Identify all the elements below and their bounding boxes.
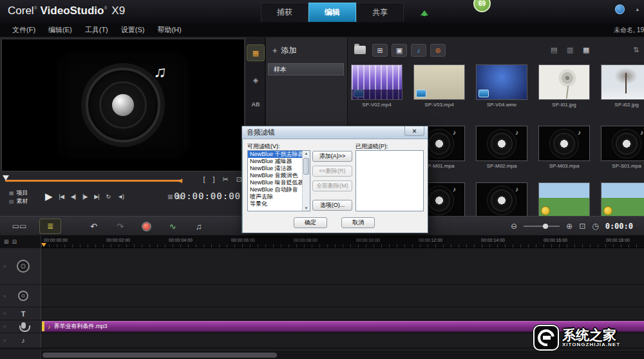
overlay-track-header[interactable]: ≡ xyxy=(0,285,41,307)
timeline-duration-timecode[interactable]: 0:00:0 xyxy=(605,222,633,231)
timeline-ruler[interactable]: ⊞ ⊟ 00:00:00:00 00:00:02:00 00:00:04:00 … xyxy=(0,235,644,248)
overlay-track[interactable] xyxy=(0,285,644,307)
collapse-chevron-icon[interactable]: ▴ xyxy=(636,6,639,12)
list-scrollbar[interactable]: ▲ ▼ xyxy=(302,151,310,211)
filter-list-item[interactable]: NewBlue 噪音贬低器 xyxy=(248,179,310,186)
menu-file[interactable]: 文件(F) xyxy=(6,24,41,36)
filter-list-item[interactable]: NewBlue 清洁器 xyxy=(248,165,310,172)
dialog-title-bar[interactable]: 音频滤镜 xyxy=(242,126,428,139)
record-snapshot-button[interactable] xyxy=(143,223,150,230)
library-item[interactable]: SP-V03.mp4 xyxy=(413,64,465,108)
menu-settings[interactable]: 设置(S) xyxy=(115,24,151,36)
prev-frame-button[interactable]: ◀| xyxy=(71,193,75,200)
zoom-out-button[interactable]: ⊖ xyxy=(511,222,517,231)
track-manager-button[interactable]: ⊞ xyxy=(4,238,9,245)
filter-list-item[interactable]: 等量化 xyxy=(248,200,310,208)
preview-video-area[interactable]: ♫ xyxy=(1,39,245,171)
music-track-header[interactable]: ≡ ♪ xyxy=(0,333,41,348)
grid-view-button[interactable]: ▥ xyxy=(567,46,573,54)
split-clip-button[interactable]: ✂ xyxy=(223,175,229,184)
next-frame-button[interactable]: |▶ xyxy=(82,193,87,200)
available-filters-list[interactable]: NewBlue 干扰去除器 NewBlue 减噪器 NewBlue 清洁器 Ne… xyxy=(247,150,310,211)
scroll-thumb[interactable] xyxy=(303,158,309,175)
zoom-slider-handle[interactable] xyxy=(543,224,548,229)
filter-options-button[interactable]: 选项(O)... xyxy=(312,200,352,211)
undo-button[interactable]: ↶ xyxy=(90,222,97,231)
track-toggle-icon[interactable]: ≡ xyxy=(3,294,6,298)
track-toggle-icon[interactable]: ≡ xyxy=(3,264,6,269)
timeline-playhead[interactable] xyxy=(41,243,46,249)
mode-project[interactable]: ▦项目 xyxy=(9,189,28,197)
video-track-header[interactable]: ≡ xyxy=(0,248,41,285)
library-item[interactable] xyxy=(601,182,644,216)
mark-out-button[interactable]: ] xyxy=(213,175,215,184)
auto-music-button[interactable]: ♫ xyxy=(196,222,202,231)
playhead-marker[interactable] xyxy=(3,175,9,184)
title-track-header[interactable]: ≡ T xyxy=(0,307,41,320)
jump-start-button[interactable]: |◀ xyxy=(59,193,64,200)
remove-filter-button[interactable]: <<删除(R) xyxy=(312,166,352,177)
instant-project-tab[interactable]: ◈ xyxy=(247,72,264,88)
title-track[interactable] xyxy=(0,307,644,320)
timeline-view-button[interactable]: ≣ xyxy=(40,219,61,233)
menu-tools[interactable]: 工具(T) xyxy=(79,24,114,36)
timeline-scrollbar[interactable] xyxy=(0,350,644,359)
scroll-up-icon[interactable]: ▲ xyxy=(303,151,310,155)
library-item[interactable]: ♪ xyxy=(476,182,527,216)
transition-tab[interactable]: AB xyxy=(247,97,264,112)
filter-list-item[interactable]: NewBlue 自动静音 xyxy=(248,186,310,193)
library-item[interactable]: ♪ SP-M03.mpa xyxy=(538,126,590,170)
import-audio-button[interactable]: ♪ xyxy=(411,44,426,57)
ok-button[interactable]: 确定 xyxy=(294,217,327,228)
mark-in-button[interactable]: [ xyxy=(203,175,205,184)
library-item[interactable]: SP-V02.mp4 xyxy=(351,64,402,108)
library-item[interactable]: SP-I02.jpg xyxy=(601,64,644,108)
scrollbar-thumb[interactable] xyxy=(43,353,277,358)
category-sample[interactable]: 样本 xyxy=(268,63,344,75)
library-item[interactable] xyxy=(538,182,590,216)
track-options-button[interactable]: ⊟ xyxy=(12,238,17,245)
jump-end-button[interactable]: ▶| xyxy=(94,193,99,200)
redo-button[interactable]: ↷ xyxy=(117,222,124,231)
duration-clock-icon[interactable]: ◷ xyxy=(592,222,598,231)
video-track[interactable] xyxy=(0,248,644,285)
add-category-button[interactable]: + 添加 xyxy=(272,45,297,56)
remove-all-filters-button[interactable]: 全部删除(M) xyxy=(312,180,352,191)
thumbnail-view-button[interactable]: ▦ xyxy=(583,46,589,54)
upgrade-arrow-icon[interactable] xyxy=(420,6,429,17)
storyboard-view-button[interactable]: ▭▭ xyxy=(9,219,30,233)
tab-capture[interactable]: 捕获 xyxy=(261,3,308,22)
clip-trim-handle[interactable] xyxy=(42,322,44,331)
track-toggle-icon[interactable]: ≡ xyxy=(3,338,6,343)
dialog-close-button[interactable]: × xyxy=(404,126,424,136)
fit-timeline-button[interactable]: ⊡ xyxy=(579,222,585,231)
library-item[interactable]: ♪ SP-S01.mpa xyxy=(601,126,644,170)
filter-list-item[interactable]: NewBlue 音频润色 xyxy=(248,172,310,179)
volume-button[interactable]: ◄) xyxy=(117,193,124,200)
preview-timecode[interactable]: 00:00:00:00 xyxy=(174,191,241,201)
folder-icon[interactable] xyxy=(354,46,366,54)
zoom-in-button[interactable]: ⊕ xyxy=(566,222,573,231)
record-capture-button[interactable]: ⊚ xyxy=(430,44,446,57)
library-item[interactable]: ♪ SP-M02.mpa xyxy=(476,126,527,170)
tab-share[interactable]: 共享 xyxy=(356,3,404,22)
import-photo-button[interactable]: ▣ xyxy=(392,44,407,57)
network-globe-icon[interactable] xyxy=(615,5,625,14)
menu-edit[interactable]: 编辑(E) xyxy=(43,24,78,36)
media-library-tab[interactable]: ▦ xyxy=(247,45,264,61)
cancel-button[interactable]: 取消 xyxy=(341,217,375,228)
track-toggle-icon[interactable]: ≡ xyxy=(3,311,6,316)
add-filter-button[interactable]: 添加(A)>> xyxy=(312,151,352,162)
applied-filters-list[interactable] xyxy=(355,150,424,211)
track-toggle-icon[interactable]: ≡ xyxy=(3,324,6,329)
play-button[interactable]: ▶ xyxy=(45,191,52,202)
list-view-button[interactable]: ▤ xyxy=(551,46,557,54)
sound-mixer-button[interactable]: ∿ xyxy=(169,222,176,231)
filter-list-item[interactable]: NewBlue 减噪器 xyxy=(248,158,310,165)
voice-track-header[interactable]: ≡ xyxy=(0,320,41,333)
import-media-button[interactable]: ⊞ xyxy=(372,44,388,57)
sort-button[interactable]: ⇅ xyxy=(633,46,639,54)
library-item[interactable]: SP-I01.jpg xyxy=(538,64,590,108)
repeat-button[interactable]: ↻ xyxy=(106,193,111,200)
mode-clip[interactable]: ▤素材 xyxy=(9,197,28,206)
